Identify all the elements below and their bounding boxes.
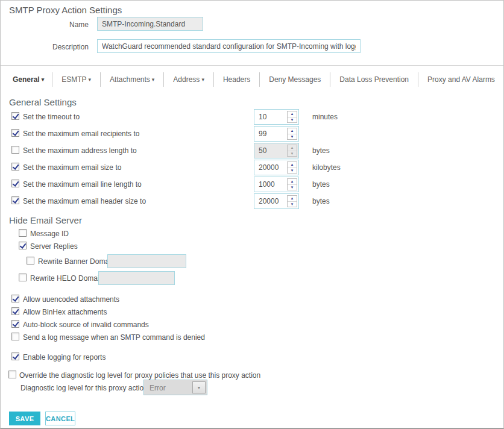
- enable-logging-row: Enable logging for reports: [1, 351, 503, 364]
- chevron-down-icon: ▾: [89, 77, 92, 83]
- enable-logging-label: Enable logging for reports: [23, 353, 106, 362]
- spinner: ▲ ▼: [287, 111, 297, 123]
- spinner-down-icon[interactable]: ▼: [288, 168, 297, 174]
- max-recipients-input[interactable]: [254, 127, 285, 141]
- max-email-size-unit: kilobytes: [312, 163, 341, 172]
- diagnostic-level-value: Error: [150, 384, 166, 392]
- tab-headers[interactable]: Headers: [214, 72, 260, 87]
- max-header-size-label: Set the maximum email header size to: [23, 197, 146, 205]
- spinner-down-icon[interactable]: ▼: [288, 202, 297, 207]
- hide-email-server-heading: Hide Email Server: [9, 215, 82, 225]
- spinner-down-icon[interactable]: ▼: [288, 151, 297, 157]
- max-email-size-checkbox[interactable]: [11, 163, 19, 171]
- spinner-down-icon[interactable]: ▼: [288, 134, 297, 140]
- max-line-length-checkbox[interactable]: [11, 180, 19, 187]
- max-recipients-input-group: ▲ ▼: [254, 126, 299, 142]
- max-email-size-input[interactable]: [254, 160, 285, 175]
- spinner-up-icon[interactable]: ▲: [288, 145, 297, 151]
- max-address-length-label: Set the maximum address length to: [23, 146, 137, 155]
- spinner: ▲ ▼: [287, 195, 297, 207]
- max-email-size-input-group: ▲ ▼: [254, 160, 299, 175]
- spinner-down-icon[interactable]: ▼: [288, 117, 297, 123]
- max-recipients-label: Set the maximum email recipients to: [23, 130, 139, 138]
- chevron-down-icon: ▾: [42, 77, 45, 83]
- spinner: ▲ ▼: [287, 178, 297, 190]
- max-address-length-unit: bytes: [312, 146, 330, 155]
- rewrite-banner-checkbox[interactable]: [27, 257, 34, 265]
- message-id-row: Message ID: [1, 228, 503, 240]
- dropdown-arrow-button[interactable]: ▼: [192, 381, 206, 393]
- diagnostic-level-label: Diagnostic log level for this proxy acti…: [20, 384, 148, 392]
- server-replies-row: Server Replies: [1, 240, 503, 253]
- max-recipients-checkbox[interactable]: [11, 129, 19, 137]
- send-log-label: Send a log message when an SMTP command …: [23, 333, 205, 342]
- max-line-length-input[interactable]: [254, 177, 285, 192]
- setting-row-max-address-length: Set the maximum address length to ▲ ▼ by…: [1, 143, 503, 158]
- dropdown-arrow-icon: ▼: [197, 386, 201, 390]
- spinner-up-icon[interactable]: ▲: [288, 196, 297, 202]
- max-address-length-input-group: ▲ ▼: [254, 143, 299, 158]
- tab-general[interactable]: General▾: [5, 72, 52, 87]
- max-header-size-input[interactable]: [254, 194, 285, 208]
- allow-binhex-row: Allow BinHex attachments: [1, 306, 503, 319]
- save-button[interactable]: SAVE: [9, 412, 40, 425]
- description-input[interactable]: [97, 39, 361, 53]
- tab-data-loss-prevention[interactable]: Data Loss Prevention: [330, 72, 418, 87]
- max-address-length-checkbox[interactable]: [11, 146, 19, 154]
- rewrite-helo-input[interactable]: [98, 271, 175, 285]
- rewrite-banner-input[interactable]: [107, 254, 186, 268]
- name-input[interactable]: [97, 17, 203, 31]
- timeout-input-group: ▲ ▼: [254, 109, 299, 125]
- enable-logging-checkbox[interactable]: [11, 352, 19, 360]
- send-log-row: Send a log message when an SMTP command …: [1, 331, 503, 344]
- setting-row-max-line-length: Set the maximum email line length to ▲ ▼…: [1, 177, 503, 192]
- tab-address[interactable]: Address▾: [164, 72, 214, 87]
- override-log-level-label: Override the diagnostic log level for pr…: [19, 371, 260, 380]
- message-id-checkbox[interactable]: [19, 229, 27, 237]
- timeout-input[interactable]: [254, 110, 285, 124]
- general-settings-heading: General Settings: [9, 97, 77, 107]
- diagnostic-level-select[interactable]: Error ▼: [143, 380, 207, 395]
- allow-uuencoded-checkbox[interactable]: [11, 295, 19, 302]
- tab-deny-messages[interactable]: Deny Messages: [260, 72, 330, 87]
- send-log-checkbox[interactable]: [11, 333, 19, 340]
- page-title: SMTP Proxy Action Settings: [9, 5, 122, 15]
- tab-proxy-av-alarms[interactable]: Proxy and AV Alarms: [418, 72, 504, 87]
- spinner-up-icon[interactable]: ▲: [288, 162, 297, 168]
- spinner: ▲ ▼: [287, 128, 297, 140]
- spinner-up-icon[interactable]: ▲: [288, 128, 297, 134]
- override-log-level-row: Override the diagnostic log level for pr…: [1, 369, 503, 382]
- tab-esmtp[interactable]: ESMTP▾: [52, 72, 101, 87]
- max-header-size-checkbox[interactable]: [11, 196, 19, 204]
- max-header-size-unit: bytes: [312, 197, 330, 205]
- spinner-up-icon[interactable]: ▲: [288, 179, 297, 185]
- max-address-length-input[interactable]: [254, 143, 285, 158]
- name-label: Name: [1, 20, 89, 29]
- override-log-level-checkbox[interactable]: [8, 371, 16, 378]
- message-id-label: Message ID: [30, 230, 69, 238]
- rewrite-helo-checkbox[interactable]: [19, 274, 27, 281]
- server-replies-checkbox[interactable]: [19, 242, 27, 249]
- max-header-size-input-group: ▲ ▼: [254, 193, 299, 209]
- rewrite-helo-row: Rewrite HELO Domain: [1, 271, 503, 286]
- rewrite-banner-row: Rewrite Banner Domain: [1, 254, 503, 269]
- spinner: ▲ ▼: [287, 145, 297, 157]
- tab-attachments[interactable]: Attachments▾: [101, 72, 164, 87]
- allow-binhex-checkbox[interactable]: [11, 307, 19, 315]
- setting-row-max-email-size: Set the maximum email size to ▲ ▼ kiloby…: [1, 160, 503, 175]
- max-line-length-input-group: ▲ ▼: [254, 177, 299, 192]
- setting-row-max-recipients: Set the maximum email recipients to ▲ ▼: [1, 126, 503, 142]
- timeout-unit: minutes: [312, 113, 338, 121]
- auto-block-checkbox[interactable]: [11, 320, 19, 328]
- cancel-button[interactable]: CANCEL: [45, 412, 75, 425]
- auto-block-label: Auto-block source of invalid commands: [23, 321, 149, 329]
- chevron-down-icon: ▾: [152, 77, 155, 83]
- allow-uuencoded-label: Allow uuencoded attachments: [23, 295, 119, 304]
- timeout-checkbox[interactable]: [11, 112, 19, 120]
- spinner-down-icon[interactable]: ▼: [288, 185, 297, 190]
- rewrite-banner-label: Rewrite Banner Domain: [38, 257, 115, 266]
- spinner-up-icon[interactable]: ▲: [288, 111, 297, 117]
- max-line-length-unit: bytes: [312, 180, 330, 189]
- description-label: Description: [1, 43, 89, 51]
- smtp-proxy-action-settings-panel: SMTP Proxy Action Settings Name Descript…: [0, 0, 504, 429]
